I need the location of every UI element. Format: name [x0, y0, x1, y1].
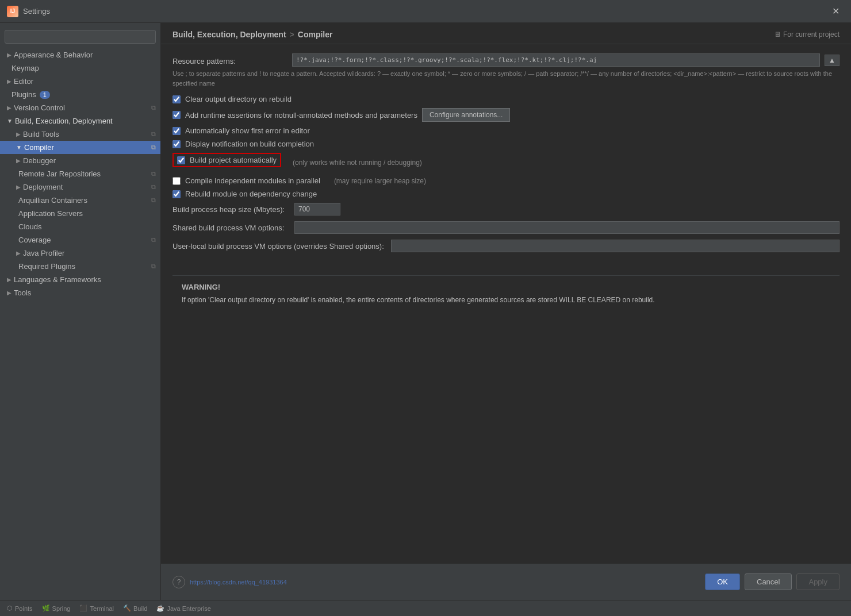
sidebar-item-java-profiler[interactable]: ▶ Java Profiler	[0, 247, 160, 260]
expand-arrow-icon: ▶	[16, 250, 21, 256]
sidebar-item-editor[interactable]: ▶ Editor	[0, 75, 160, 88]
sidebar-item-label: Java Profiler	[23, 249, 64, 257]
sidebar-item-label: Version Control	[14, 103, 65, 112]
resource-collapse-button[interactable]: ▲	[825, 55, 839, 66]
status-item-spring[interactable]: 🌿 Spring	[42, 605, 71, 612]
add-runtime-checkbox[interactable]	[172, 111, 181, 119]
clear-output-row: Clear output directory on rebuild	[172, 95, 839, 103]
copy-icon: ⧉	[151, 104, 156, 111]
content-area: Build, Execution, Deployment > Compiler …	[161, 23, 851, 600]
points-label: Points	[15, 605, 33, 612]
clear-output-label: Clear output directory on rebuild	[185, 95, 292, 103]
sidebar-item-arquillian[interactable]: Arquillian Containers ⧉	[0, 194, 160, 207]
sidebar-item-label: Editor	[14, 77, 33, 86]
footer-url[interactable]: https://blog.csdn.net/qq_41931364	[190, 579, 287, 586]
sidebar-item-appearance[interactable]: ▶ Appearance & Behavior	[0, 48, 160, 61]
cancel-button[interactable]: Cancel	[745, 573, 792, 590]
display-notif-label: Display notification on build completion	[185, 140, 314, 148]
spring-label: Spring	[52, 605, 71, 612]
heap-size-row: Build process heap size (Mbytes):	[172, 203, 839, 215]
sidebar-item-label: Remote Jar Repositories	[18, 170, 101, 178]
resource-patterns-label: Resource patterns:	[172, 55, 288, 66]
user-local-vm-row: User-local build process VM options (ove…	[172, 240, 839, 252]
warning-body: If option 'Clear output directory on reb…	[182, 295, 830, 305]
sidebar-item-version-control[interactable]: ▶ Version Control ⧉	[0, 101, 160, 114]
sidebar-item-tools[interactable]: ▶ Tools	[0, 286, 160, 299]
sidebar-item-required-plugins[interactable]: Required Plugins ⧉	[0, 260, 160, 273]
sidebar-item-build-tools[interactable]: ▶ Build Tools ⧉	[0, 128, 160, 141]
sidebar-item-app-servers[interactable]: Application Servers	[0, 207, 160, 220]
breadcrumb-current: Compiler	[298, 30, 333, 39]
sidebar-item-remote-jar[interactable]: Remote Jar Repositories ⧉	[0, 167, 160, 180]
expand-arrow-icon: ▼	[7, 118, 13, 124]
terminal-label: Terminal	[90, 605, 114, 612]
auto-show-error-checkbox[interactable]	[172, 127, 181, 135]
compile-parallel-note: (may require larger heap size)	[334, 177, 426, 185]
for-project-label: For current project	[783, 30, 839, 38]
sidebar-item-label: Debugger	[23, 156, 56, 165]
apply-button[interactable]: Apply	[796, 573, 839, 590]
monitor-icon: 🖥	[774, 30, 781, 38]
sidebar-item-label: Languages & Frameworks	[14, 275, 101, 284]
sidebar-item-languages[interactable]: ▶ Languages & Frameworks	[0, 273, 160, 286]
build-label: Build	[133, 605, 147, 612]
compile-parallel-checkbox[interactable]	[172, 177, 181, 185]
configure-annotations-button[interactable]: Configure annotations...	[422, 108, 510, 122]
sidebar-item-label: Application Servers	[18, 209, 83, 218]
content-body: Resource patterns: ▲ Use ; to separate p…	[161, 44, 851, 563]
status-item-java-enterprise[interactable]: ☕ Java Enterprise	[156, 605, 210, 612]
clear-output-checkbox[interactable]	[172, 95, 181, 103]
expand-arrow-icon: ▶	[16, 157, 21, 164]
expand-arrow-icon: ▼	[16, 144, 22, 151]
java-icon: ☕	[156, 605, 164, 612]
sidebar-item-compiler[interactable]: ▼ Compiler ⧉	[0, 141, 160, 154]
user-local-vm-input[interactable]	[391, 240, 839, 252]
sidebar-item-label: Keymap	[12, 64, 39, 72]
shared-vm-row: Shared build process VM options:	[172, 221, 839, 234]
sidebar-item-deployment[interactable]: ▶ Deployment ⧉	[0, 180, 160, 194]
points-icon: ⬡	[7, 605, 13, 612]
expand-arrow-icon: ▶	[7, 52, 12, 58]
close-button[interactable]: ✕	[827, 3, 844, 19]
sidebar-item-keymap[interactable]: Keymap	[0, 61, 160, 75]
build-auto-checkbox[interactable]	[177, 156, 185, 164]
breadcrumb: Build, Execution, Deployment > Compiler	[172, 30, 332, 39]
copy-icon: ⧉	[151, 263, 156, 270]
resource-patterns-input[interactable]	[292, 53, 820, 67]
rebuild-module-checkbox[interactable]	[172, 190, 181, 198]
warning-title: WARNING!	[182, 283, 830, 291]
add-runtime-row: Add runtime assertions for notnull-annot…	[172, 108, 839, 122]
help-button[interactable]: ?	[172, 576, 185, 588]
build-auto-label: Build project automatically	[190, 156, 277, 164]
sidebar-item-debugger[interactable]: ▶ Debugger	[0, 154, 160, 167]
auto-show-error-label: Automatically show first error in editor	[185, 126, 310, 135]
for-project-indicator: 🖥 For current project	[774, 30, 839, 38]
sidebar-item-label: Plugins	[12, 90, 36, 99]
sidebar-item-label: Compiler	[24, 143, 54, 152]
build-auto-note: (only works while not running / debuggin…	[293, 159, 422, 167]
shared-vm-input[interactable]	[294, 221, 839, 234]
sidebar-item-coverage[interactable]: Coverage ⧉	[0, 233, 160, 247]
selection-indicator	[159, 141, 160, 154]
dialog-body: ▶ Appearance & Behavior Keymap ▶ Editor …	[0, 23, 851, 600]
display-notif-checkbox[interactable]	[172, 140, 181, 148]
sidebar-item-plugins[interactable]: Plugins 1	[0, 88, 160, 101]
resource-patterns-hint: Use ; to separate patterns and ! to nega…	[172, 69, 839, 88]
status-item-points[interactable]: ⬡ Points	[7, 605, 33, 612]
search-input[interactable]	[5, 30, 156, 44]
sidebar-item-label: Tools	[14, 288, 31, 297]
heap-size-input[interactable]	[294, 203, 340, 215]
heap-size-label: Build process heap size (Mbytes):	[172, 203, 288, 214]
title-bar: IJ Settings ✕	[0, 0, 851, 23]
resource-patterns-row: Resource patterns: ▲	[172, 53, 839, 67]
ok-button[interactable]: OK	[705, 573, 740, 590]
window-title: Settings	[23, 7, 827, 16]
sidebar-item-clouds[interactable]: Clouds	[0, 220, 160, 233]
expand-arrow-icon: ▶	[7, 276, 12, 283]
terminal-icon: ⬛	[79, 605, 87, 612]
sidebar-item-build-exec[interactable]: ▼ Build, Execution, Deployment	[0, 114, 160, 128]
status-item-terminal[interactable]: ⬛ Terminal	[79, 605, 114, 612]
status-item-build[interactable]: 🔨 Build	[123, 605, 147, 612]
user-local-vm-label: User-local build process VM options (ove…	[172, 240, 384, 251]
sidebar-item-label: Clouds	[18, 222, 41, 231]
